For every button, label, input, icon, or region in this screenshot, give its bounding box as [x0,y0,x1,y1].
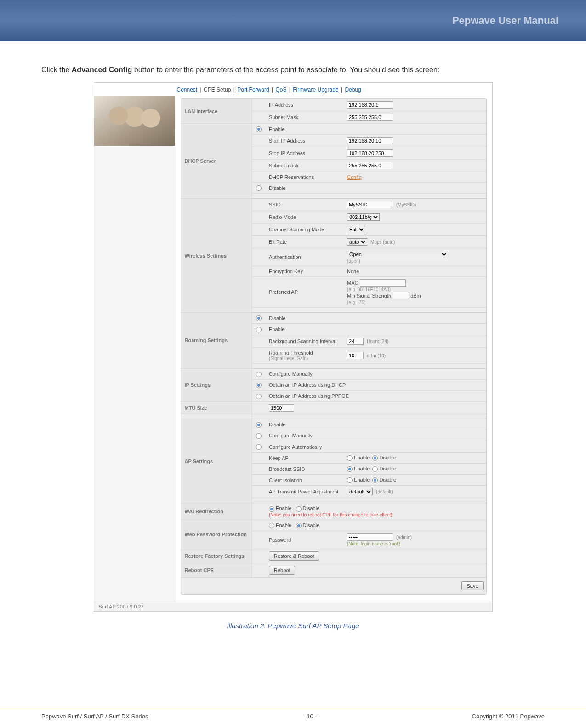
wifi-radio-select[interactable]: 802.11b/g [347,213,380,221]
wifi-auth-select[interactable]: Open [347,251,448,258]
nav-connect[interactable]: Connect [177,86,198,93]
mtu-input[interactable] [269,404,294,412]
dhcp-stop-input[interactable] [347,149,393,157]
roam-bg-input[interactable] [347,338,364,345]
header-banner: Pepwave User Manual [0,0,586,41]
intro-paragraph: Click the Advanced Config button to ente… [41,64,545,75]
wifi-mac-input[interactable] [360,279,406,287]
wifi-scan-select[interactable]: Full [347,226,365,233]
wifi-auth-label: Authentication [265,248,343,266]
nav-cpe-setup[interactable]: CPE Setup [204,86,231,93]
roam-thr-input[interactable] [347,352,364,359]
wifi-enc-label: Encryption Key [265,266,343,277]
iso-enable-radio[interactable] [347,477,353,483]
ap-confman-radio[interactable] [256,433,262,439]
nav-firmware[interactable]: Firmware Upgrade [293,86,338,93]
wifi-bitrate-select[interactable]: auto [347,238,367,246]
ip-manual-radio[interactable] [256,372,262,377]
lan-ip-label: IP Address [265,99,343,111]
roam-disable-radio[interactable] [256,315,262,321]
wifi-minsig-input[interactable] [393,292,409,299]
section-mtu: MTU Size [181,401,252,414]
screenshot-container: Connect | CPE Setup | Port Forward | QoS… [94,82,493,612]
dhcp-mask-label: Subnet mask [265,160,343,172]
config-table: LAN Interface IP Address Subnet Mask [181,99,486,577]
dhcp-start-input[interactable] [347,137,393,144]
ip-dhcp-radio[interactable] [256,383,262,388]
ap-disable-radio[interactable] [256,422,262,428]
dhcp-res-label: DHCP Reservations [265,172,343,183]
roam-bg-label: Background Scanning Interval [265,335,343,347]
dhcp-res-link[interactable]: Config [347,174,362,180]
section-restore: Restore Factory Settings [181,549,252,563]
nav-debug[interactable]: Debug [345,86,361,93]
dhcp-disable-label: Disable [265,183,486,194]
section-wifi: Wireless Settings [181,199,252,313]
section-roam: Roaming Settings [181,313,252,368]
wai-enable-radio[interactable] [269,506,274,512]
nav-port-forward[interactable]: Port Forward [237,86,269,93]
wifi-enc-value: None [343,266,486,277]
wifi-scan-label: Channel Scanning Mode [265,224,343,236]
lan-ip-input[interactable] [347,101,393,109]
dhcp-start-label: Start IP Address [265,135,343,147]
ap-tx-select[interactable]: default [347,488,373,495]
nav-qos[interactable]: QoS [275,86,286,93]
section-reboot: Reboot CPE [181,563,252,577]
bcast-enable-radio[interactable] [347,466,353,472]
dhcp-stop-label: Stop IP Address [265,147,343,160]
footer-right: Copyright © 2011 Pepwave [472,713,545,720]
wifi-ssid-input[interactable] [347,201,393,208]
top-nav: Connect | CPE Setup | Port Forward | QoS… [94,83,492,96]
dhcp-enable-radio[interactable] [256,126,262,132]
wai-disable-radio[interactable] [296,506,302,512]
section-ip: IP Settings [181,368,252,401]
page-footer: Pepwave Surf / Surf AP / Surf DX Series … [0,709,586,720]
illustration-caption: Illustration 2: Pepwave Surf AP Setup Pa… [41,622,545,630]
bcast-disable-radio[interactable] [372,466,378,472]
web-enable-radio[interactable] [269,523,274,528]
restore-button[interactable]: Restore & Reboot [269,551,319,561]
keepap-disable-radio[interactable] [372,455,378,461]
dhcp-disable-radio[interactable] [256,185,262,191]
save-button[interactable]: Save [461,581,483,590]
section-dhcp: DHCP Server [181,124,252,199]
main-column: LAN Interface IP Address Subnet Mask [175,96,492,602]
content-area: Click the Advanced Config button to ente… [0,41,586,630]
page: Pepwave User Manual Click the Advanced C… [0,0,586,728]
left-column [94,96,175,602]
web-pw-input[interactable] [347,533,393,541]
wifi-radio-label: Radio Mode [265,211,343,224]
wifi-pref-label: Preferred AP [265,277,343,308]
iso-disable-radio[interactable] [372,477,378,483]
wifi-ssid-label: SSID [265,199,343,211]
web-disable-radio[interactable] [296,523,302,528]
keepap-enable-radio[interactable] [347,455,353,461]
section-ap: AP Settings [181,419,252,503]
section-wai: WAI Redirection [181,503,252,520]
dhcp-enable-label: Enable [265,124,486,135]
roam-enable-radio[interactable] [256,327,262,332]
ip-pppoe-radio[interactable] [256,394,262,399]
section-lan: LAN Interface [181,99,252,124]
manual-title: Pepwave User Manual [452,15,558,27]
dhcp-mask-input[interactable] [347,162,393,169]
sidebar-photo [94,96,175,146]
wifi-bitrate-label: Bit Rate [265,236,343,248]
footer-center: - 10 - [303,713,317,720]
lan-subnet-input[interactable] [347,114,393,121]
footer-left: Pepwave Surf / Surf AP / Surf DX Series [41,713,148,720]
section-web: Web Password Protection [181,520,252,549]
ap-confauto-radio[interactable] [256,444,262,450]
reboot-button[interactable]: Reboot [269,566,295,575]
device-footer: Surf AP 200 / 9.0.27 [94,602,492,611]
lan-subnet-label: Subnet Mask [265,111,343,124]
